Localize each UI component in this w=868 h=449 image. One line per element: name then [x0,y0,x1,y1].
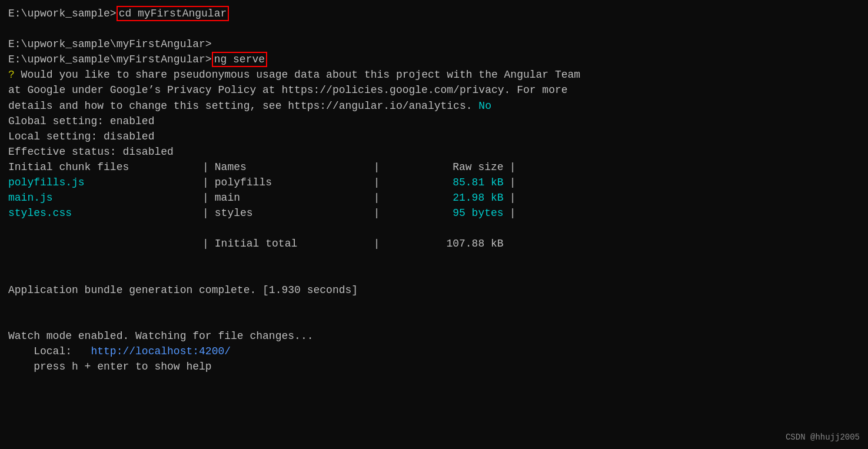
divider1: | [202,159,209,175]
prompt1: E:\upwork_sample> [8,8,117,19]
question-text: Would you like to share pseudonymous usa… [15,69,580,81]
divider5: | [374,175,380,190]
line-help: press h + enter to show help [8,359,860,374]
row1-name: polyfills [215,175,368,190]
local-label: Local: [8,345,91,357]
row1-file: polyfills.js [8,175,197,190]
table-row-polyfills: polyfills.js | polyfills | 85.81 kB | [8,175,860,190]
row1-size: 85.81 kB [386,175,504,190]
divider9: | [510,190,516,205]
divider11: | [374,205,380,221]
row2-size: 21.98 kB [386,190,504,205]
line-blank5 [8,298,860,313]
divider4: | [202,175,209,190]
line-blank2 [8,221,860,236]
line-local: Local setting: disabled [8,129,860,144]
line-bundle: Application bundle generation complete. … [8,282,860,298]
prompt2: E:\upwork_sample\myFirstAngular> [8,38,212,50]
table-header-col1: Initial chunk files [8,159,197,175]
line-details: details and how to change this setting, … [8,98,860,114]
local-url[interactable]: http://localhost:4200/ [91,345,231,357]
no-text: No [478,100,491,112]
line-google: at Google under Google’s Privacy Policy … [8,82,860,98]
divider13: | [202,236,209,251]
line-question: ? Would you like to share pseudonymous u… [8,67,860,82]
prompt3: E:\upwork_sample\myFirstAngular> [8,54,212,65]
divider8: | [374,190,380,205]
divider14: | [374,236,380,251]
line-watch: Watch mode enabled. Watching for file ch… [8,328,860,344]
table-header: Initial chunk files | Names | Raw size | [8,159,860,175]
divider2: | [374,159,380,175]
total-empty [8,236,197,251]
line-blank4 [8,267,860,282]
line-effective: Effective status: disabled [8,144,860,159]
line-prompt2: E:\upwork_sample\myFirstAngular> [8,36,860,52]
divider7: | [202,190,209,205]
table-header-col2: Names [215,159,368,175]
row2-file: main.js [8,190,197,205]
line-global: Global setting: enabled [8,114,860,129]
line-cd-command: E:\upwork_sample>cd myFirstAngular [8,6,860,21]
row3-size: 95 bytes [386,205,504,221]
line-blank6 [8,313,860,328]
watermark: CSDN @hhujj2005 [786,431,860,443]
cmd1-box: cd myFirstAngular [117,6,230,21]
table-total-row: | Initial total | 107.88 kB [8,236,860,251]
line-ng-serve: E:\upwork_sample\myFirstAngular>ng serve [8,52,860,67]
divider3: | [510,159,516,175]
cmd2-box: ng serve [212,52,267,67]
terminal: E:\upwork_sample>cd myFirstAngular E:\up… [8,6,860,449]
cmd2: ng serve [214,54,265,65]
total-label: Initial total [215,236,368,251]
divider12: | [510,205,516,221]
row3-file: styles.css [8,205,197,221]
row3-name: styles [215,205,368,221]
table-row-main: main.js | main | 21.98 kB | [8,190,860,205]
divider6: | [510,175,516,190]
line-local-url: Local: http://localhost:4200/ [8,344,860,359]
table-row-styles: styles.css | styles | 95 bytes | [8,205,860,221]
total-size: 107.88 kB [386,236,504,251]
divider10: | [202,205,209,221]
cmd1: cd myFirstAngular [119,8,227,19]
line-blank3 [8,252,860,267]
question-mark: ? [8,69,15,81]
row2-name: main [215,190,368,205]
table-header-col3: Raw size [386,159,504,175]
line3-text: details and how to change this setting, … [8,100,478,112]
line-blank1 [8,21,860,36]
